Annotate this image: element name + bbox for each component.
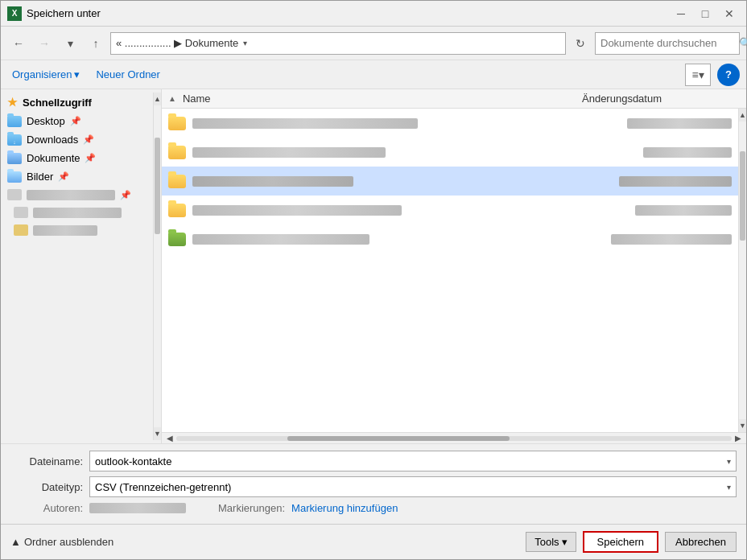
sidebar-item-downloads[interactable]: ↓ Downloads 📌 [1,130,153,149]
address-dropdown-icon: ▾ [243,39,247,47]
file-list [162,109,738,432]
column-header-name[interactable]: Name [180,93,579,105]
filetype-value-text: CSV (Trennzeichen-getrennt) [95,481,231,493]
sidebar: ▲ ▼ ★ Schnellzugriff Desktop [1,89,162,443]
organize-caret-icon: ▾ [74,68,80,80]
col-up-arrow: ▲ [168,94,176,103]
tools-button[interactable]: Tools ▾ [526,532,576,552]
sidebar-scroll-down[interactable]: ▼ [154,427,161,440]
search-icon: 🔍 [739,37,747,49]
search-input[interactable] [600,37,736,49]
view-caret-icon: ▾ [699,68,704,81]
sidebar-documents-label: Dokumente [27,152,80,164]
pin-icon-blurred-1: 📌 [120,190,131,200]
file-name-blurred [192,234,369,245]
save-button[interactable]: Speichern [583,531,659,553]
hide-folders-label: Ordner ausblenden [24,536,113,548]
help-button[interactable]: ? [717,64,740,86]
file-list-area: ▲ Name Änderungsdatum [162,89,746,443]
file-name-blurred [192,118,418,129]
new-folder-button[interactable]: Neuer Ordner [91,65,164,84]
pin-icon-desktop: 📌 [70,116,81,126]
folder-icon [168,204,186,217]
pin-icon-images: 📌 [58,171,69,182]
filename-label: Dateiname: [10,455,83,467]
address-path-text: « ................ ▶ Dokumente [116,37,238,49]
filetype-label: Dateityp: [10,481,83,493]
tools-label: Tools [534,536,559,548]
dialog-window: X Speichern unter ─ □ ✕ ← → ▾ ↑ « ......… [0,0,747,560]
sidebar-images-label: Bilder [27,171,53,183]
folder-icon [168,175,186,188]
hide-folders-button[interactable]: ▲ Ordner ausblenden [10,536,113,548]
file-date-blurred [643,147,732,158]
filetype-row: Dateityp: CSV (Trennzeichen-getrennt) ▾ [10,476,737,497]
sidebar-scroll-up[interactable]: ▲ [154,93,161,105]
refresh-button[interactable]: ↻ [569,32,592,55]
quick-access-label: Schnellzugriff [23,97,92,109]
folder-icon [168,117,186,130]
file-name-blurred [192,147,386,158]
filename-input[interactable] [95,455,727,467]
address-toolbar: ← → ▾ ↑ « ................ ▶ Dokumente ▾… [1,27,746,60]
add-tag-link[interactable]: Markierung hinzufügen [291,502,398,514]
sidebar-item-documents[interactable]: Dokumente 📌 [1,149,153,167]
up-button[interactable]: ↑ [85,32,107,55]
file-list-header: ▲ Name Änderungsdatum [162,89,746,109]
file-scroll-track [739,121,746,419]
file-scroll-down-button[interactable]: ▼ [739,419,746,432]
dialog-title: Speichern unter [27,7,671,19]
sidebar-scroll-thumb [155,138,160,234]
table-row[interactable] [162,109,738,138]
filetype-select[interactable]: CSV (Trennzeichen-getrennt) ▾ [89,476,737,497]
cancel-button[interactable]: Abbrechen [665,532,737,552]
sidebar-quick-access[interactable]: ★ Schnellzugriff [1,93,153,112]
file-scroll-thumb [740,151,745,241]
file-scroll-up-button[interactable]: ▲ [739,109,746,121]
address-bar[interactable]: « ................ ▶ Dokumente ▾ [110,32,566,55]
maximize-button[interactable]: □ [695,3,716,24]
meta-row: Autoren: Markierungen: Markierung hinzuf… [10,502,737,514]
organize-label: Organisieren [12,68,72,80]
pin-icon-downloads: 📌 [83,134,94,145]
table-row[interactable] [162,196,738,224]
h-scroll-thumb [287,436,510,441]
app-icon: X [7,6,22,21]
tools-caret-icon: ▾ [562,536,567,548]
organize-button[interactable]: Organisieren ▾ [7,65,85,84]
search-bar: 🔍 [595,32,740,55]
table-row[interactable] [162,167,738,196]
pin-icon-documents: 📌 [85,153,96,163]
back-button[interactable]: ← [7,32,30,55]
horizontal-scrollbar[interactable]: ◀ ▶ [162,432,746,443]
minimize-button[interactable]: ─ [671,3,691,24]
filename-dropdown-icon: ▾ [727,457,731,466]
h-scroll-left-icon[interactable]: ◀ [165,434,175,443]
file-date-blurred [611,234,732,245]
sidebar-item-blurred-2[interactable] [1,204,153,221]
file-list-scrollbar[interactable]: ▲ ▼ [738,109,746,432]
sidebar-item-blurred-3[interactable] [1,221,153,239]
main-content: ▲ ▼ ★ Schnellzugriff Desktop [1,89,746,443]
file-date-blurred [619,176,732,187]
sidebar-item-blurred-1[interactable]: 📌 [1,186,153,204]
forward-button[interactable]: → [33,32,56,55]
author-value-blurred [89,503,186,513]
folder-icon [168,146,186,159]
h-scroll-track [176,436,732,441]
view-icon: ≡ [691,68,698,81]
dropdown-button[interactable]: ▾ [59,32,81,55]
table-row[interactable] [162,138,738,167]
form-area: Dateiname: ▾ Dateityp: CSV (Trennzeichen… [1,443,746,524]
close-button[interactable]: ✕ [719,3,740,24]
column-header-date[interactable]: Änderungsdatum [579,93,740,105]
file-date-blurred [627,118,732,129]
sidebar-downloads-label: Downloads [27,134,78,146]
table-row[interactable] [162,224,738,253]
folder-green-icon [168,233,186,246]
h-scroll-right-icon[interactable]: ▶ [733,434,743,443]
view-button[interactable]: ≡ ▾ [685,64,711,86]
hide-folders-caret-icon: ▲ [10,536,21,548]
sidebar-item-images[interactable]: Bilder 📌 [1,167,153,186]
sidebar-item-desktop[interactable]: Desktop 📌 [1,112,153,130]
